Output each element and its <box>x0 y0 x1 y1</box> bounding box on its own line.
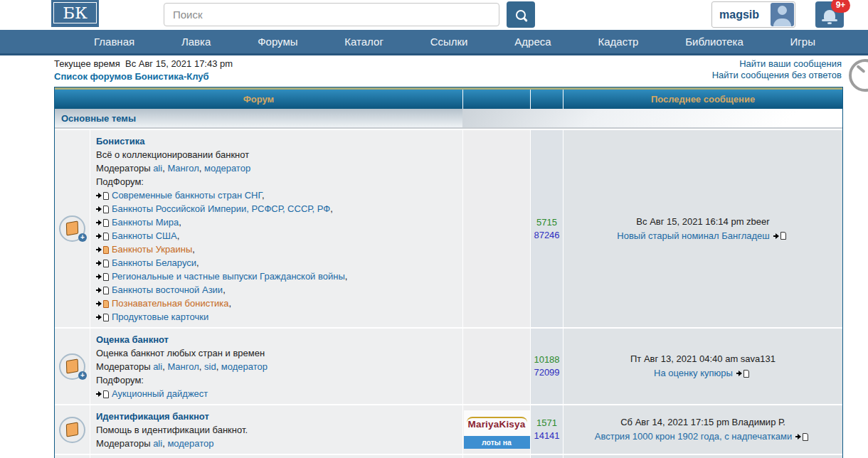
list-separator: , <box>223 284 226 295</box>
subforum-icon <box>96 300 109 308</box>
current-time-label: Текущее время <box>54 58 120 69</box>
goto-last-post-icon <box>773 232 786 240</box>
subforum-link[interactable]: Банкноты Мира <box>112 217 179 228</box>
moderator-link[interactable]: Мангол <box>167 163 199 174</box>
subforum-icon <box>96 390 109 398</box>
last-post-link[interactable]: На оценку купюры <box>654 368 733 378</box>
subforum-link[interactable]: Продуктовые карточки <box>112 311 208 322</box>
last-post-link[interactable]: Австрия 1000 крон 1902 года, с надпечатк… <box>595 431 793 442</box>
subforum-link[interactable]: Банкноты Российской Империи, РСФСР, СССР… <box>112 203 330 214</box>
last-post-link[interactable]: Новый старый номинал Бангладеш <box>617 230 769 241</box>
forum-icon-cell <box>55 130 90 327</box>
subforum-icon-doc <box>103 260 109 267</box>
nav-item[interactable]: Ссылки <box>430 36 468 48</box>
forum-cell: Оценка банкнотОценка банкнот любых стран… <box>90 329 462 404</box>
subforum-icon-arrow <box>96 192 102 199</box>
page: БК magsib 9+ ГлавнаяЛавкаФорумыКаталогСс… <box>0 0 868 458</box>
forum-row: Идентификация банкнотПомощь в идентифика… <box>55 404 842 454</box>
user-menu[interactable]: magsib <box>711 1 795 28</box>
subforum-link[interactable]: Познавательная бонистика <box>112 298 229 309</box>
subforum-icon-arrow <box>96 390 102 398</box>
last-post-cell: Пт Авг 13, 2021 04:40 am sava131На оценк… <box>563 329 842 404</box>
category-cell: Основные темы <box>55 109 462 127</box>
site-logo[interactable]: БК <box>51 0 99 27</box>
forum-title-link[interactable]: Оценка банкнот <box>96 334 169 345</box>
moderator-link[interactable]: модератор <box>167 438 213 449</box>
forum-title-link[interactable]: Идентификация банкнот <box>96 411 209 422</box>
subforum-icon-arrow <box>96 300 102 307</box>
category-row: Основные темы <box>55 109 842 129</box>
forum-title-link[interactable]: Бонистика <box>96 136 144 147</box>
subforum-link[interactable]: Банкноты США <box>112 230 177 241</box>
clock-widget-icon[interactable] <box>849 59 868 92</box>
subforum-link[interactable]: Банкноты Беларуси <box>112 257 196 268</box>
subforum-row: Современные банкноты стран СНГ, <box>96 188 457 202</box>
list-separator: , <box>330 203 333 214</box>
subforum-icon <box>96 219 109 227</box>
topics-count: 10188 <box>534 353 559 366</box>
forum-ad-cell <box>462 329 530 404</box>
category-link[interactable]: Основные темы <box>61 113 136 124</box>
list-separator: , <box>192 244 195 255</box>
forum-row: Надпечатки на банкнотахНадпечатки, аттри… <box>55 454 842 458</box>
list-separator: , <box>262 190 265 201</box>
find-link[interactable]: Найти сообщения без ответов <box>712 70 842 81</box>
moderator-link[interactable]: sid <box>204 361 216 372</box>
nav-item[interactable]: Игры <box>790 36 815 48</box>
subforum-icon-doc <box>103 233 109 240</box>
moderator-link[interactable]: модератор <box>221 361 268 372</box>
subforum-icon <box>96 314 109 321</box>
subforum-icon-doc <box>103 300 109 308</box>
ad-banner-mariyakisya[interactable]: MariyaKisyaлоты на аукционе <box>464 410 530 449</box>
subforum-icon-doc <box>103 219 109 227</box>
last-post-meta: Сб Авг 14, 2021 17:15 pm Владимир Р. <box>620 415 785 430</box>
subforum-link[interactable]: Аукционный дайджест <box>112 388 208 399</box>
nav-item[interactable]: Каталог <box>344 36 383 48</box>
nav-item[interactable]: Форумы <box>258 36 297 48</box>
list-separator: , <box>229 298 232 309</box>
current-time: Текущее время Вс Авг 15, 2021 17:43 pm <box>54 58 233 70</box>
moderator-link[interactable]: ali <box>153 361 162 372</box>
search-input[interactable] <box>164 3 499 26</box>
site-header: БК magsib 9+ <box>0 0 868 30</box>
nav-item[interactable]: Лавка <box>181 36 211 48</box>
moderators-label: Модераторы <box>96 438 153 449</box>
goto-last-post-icon <box>795 433 808 441</box>
forum-cell: БонистикаВсё о коллекционировании банкно… <box>90 130 462 327</box>
nav-item[interactable]: Главная <box>94 36 134 48</box>
subforum-icon-arrow <box>96 206 102 213</box>
search-button[interactable] <box>507 1 535 28</box>
find-link[interactable]: Найти ваши сообщения <box>712 58 842 70</box>
subforum-link[interactable]: Современные банкноты стран СНГ <box>112 190 262 201</box>
goto-last-post-link[interactable] <box>736 368 752 378</box>
ad-banner-title: MariyaKisya <box>467 417 527 430</box>
nav-item[interactable]: Библиотека <box>685 36 743 48</box>
moderators-label: Модераторы <box>96 361 153 372</box>
subforum-icon-arrow <box>96 260 102 267</box>
forum-index-link[interactable]: Список форумов Бонистика-Клуб <box>54 71 209 82</box>
subforum-icon <box>96 287 109 294</box>
subforum-row: Банкноты Беларуси, <box>96 256 457 270</box>
forum-icon-cell <box>55 405 90 454</box>
moderators-separator: , <box>216 361 221 372</box>
column-header-forum: Форум <box>55 90 462 109</box>
subforum-link[interactable]: Банкноты восточной Азии <box>112 284 223 295</box>
nav-item[interactable]: Кадастр <box>598 36 638 48</box>
nav-item[interactable]: Адреса <box>514 36 551 48</box>
last-post-cell: Вс Авг 15, 2021 16:14 pm zbeerНовый стар… <box>563 130 842 327</box>
goto-last-post-link[interactable] <box>795 431 811 442</box>
subforum-link[interactable]: Банкноты Украины <box>112 244 192 255</box>
site-logo-text: БК <box>53 2 97 23</box>
forum-table-header: Форум Последнее сообщение <box>55 87 842 109</box>
moderator-link[interactable]: ali <box>153 438 162 449</box>
moderator-link[interactable]: модератор <box>204 163 250 174</box>
forum-status-icon <box>59 353 85 380</box>
moderator-link[interactable]: ali <box>153 163 162 174</box>
moderator-link[interactable]: Мангол <box>167 361 199 372</box>
breadcrumb: Текущее время Вс Авг 15, 2021 17:43 pm С… <box>54 58 842 82</box>
goto-last-post-link[interactable] <box>773 230 789 241</box>
subforum-row: Банкноты Российской Империи, РСФСР, СССР… <box>96 202 457 215</box>
forum-row: Оценка банкнотОценка банкнот любых стран… <box>55 327 842 404</box>
list-separator: , <box>177 230 180 241</box>
subforum-link[interactable]: Региональные и частные выпуски Гражданск… <box>112 271 345 282</box>
